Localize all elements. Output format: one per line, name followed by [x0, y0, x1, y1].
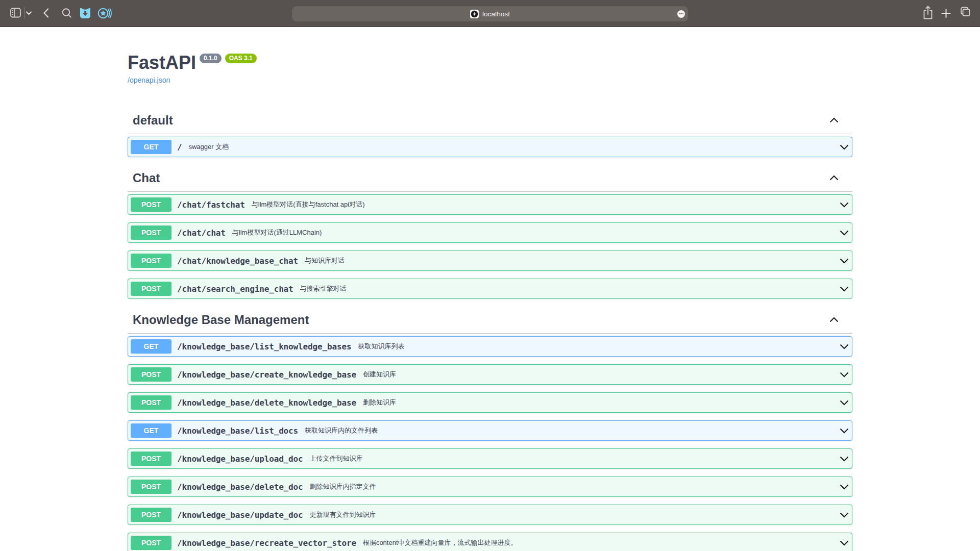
- operation-description: 创建知识库: [363, 370, 396, 379]
- operation-description: 与搜索引擎对话: [300, 284, 347, 293]
- operation-path: /: [177, 142, 182, 152]
- operation-path: /knowledge_base/recreate_vector_store: [177, 538, 356, 548]
- operation-path: /chat/fastchat: [177, 200, 245, 210]
- operation-path: /knowledge_base/upload_doc: [177, 454, 303, 464]
- operation-row[interactable]: POST/chat/chat与llm模型对话(通过LLMChain): [128, 222, 852, 243]
- section-header[interactable]: Knowledge Base Management: [128, 307, 852, 334]
- method-badge: POST: [131, 508, 172, 522]
- operation-row[interactable]: POST/chat/knowledge_base_chat与知识库对话: [128, 251, 852, 271]
- operation-row[interactable]: POST/knowledge_base/recreate_vector_stor…: [128, 533, 852, 551]
- expand-operation-icon[interactable]: [839, 482, 849, 492]
- api-tag-section: defaultGET/swagger 文档: [128, 107, 852, 157]
- operation-description: 与知识库对话: [305, 256, 345, 265]
- dot: [680, 13, 681, 14]
- tab-overview-icon[interactable]: [959, 5, 972, 18]
- dot: [679, 13, 680, 14]
- operation-row[interactable]: GET/knowledge_base/list_knowledge_bases获…: [128, 336, 852, 357]
- operation-path: /knowledge_base/delete_doc: [177, 482, 303, 492]
- api-tag-section: ChatPOST/chat/fastchat与llm模型对话(直接与fastch…: [128, 165, 852, 299]
- operation-path: /knowledge_base/delete_knowledge_base: [177, 398, 356, 408]
- page-settings-button[interactable]: [677, 10, 685, 18]
- operation-list: POST/chat/fastchat与llm模型对话(直接与fastchat a…: [128, 194, 852, 299]
- live-activity-extension-icon[interactable]: [96, 6, 112, 20]
- operation-row[interactable]: POST/chat/fastchat与llm模型对话(直接与fastchat a…: [128, 194, 852, 215]
- search-icon[interactable]: [60, 6, 74, 19]
- expand-operation-icon[interactable]: [839, 538, 849, 548]
- content-blocker-extension-icon[interactable]: [79, 6, 93, 20]
- section-header[interactable]: default: [128, 107, 852, 134]
- operation-path: /knowledge_base/list_knowledge_bases: [177, 342, 351, 352]
- collapse-section-icon[interactable]: [829, 315, 839, 325]
- operation-description: 删除知识库: [363, 398, 396, 407]
- api-info: FastAPI 0.1.0 OAS 3.1 /openapi.json: [128, 27, 852, 85]
- operation-row[interactable]: POST/knowledge_base/create_knowledge_bas…: [128, 364, 852, 385]
- operation-description: 更新现有文件到知识库: [310, 510, 376, 519]
- operation-row[interactable]: POST/knowledge_base/delete_knowledge_bas…: [128, 392, 852, 413]
- operation-description: 与llm模型对话(直接与fastchat api对话): [252, 200, 365, 209]
- operation-description: 获取知识库列表: [358, 342, 404, 351]
- expand-operation-icon[interactable]: [839, 228, 849, 238]
- expand-operation-icon[interactable]: [839, 284, 849, 294]
- method-badge: POST: [131, 367, 172, 382]
- method-badge: GET: [131, 423, 172, 438]
- operation-path: /knowledge_base/update_doc: [177, 510, 303, 520]
- page-title: FastAPI: [128, 53, 196, 73]
- expand-operation-icon[interactable]: [839, 510, 849, 520]
- expand-operation-icon[interactable]: [839, 369, 849, 380]
- expand-operation-icon[interactable]: [839, 199, 849, 210]
- badge-group: 0.1.0 OAS 3.1: [200, 54, 257, 63]
- method-badge: POST: [131, 197, 172, 212]
- toolbar-divider: [24, 7, 24, 19]
- method-badge: POST: [131, 452, 172, 466]
- operation-row[interactable]: POST/knowledge_base/upload_doc上传文件到知识库: [128, 448, 852, 469]
- expand-operation-icon[interactable]: [839, 397, 849, 408]
- operation-row[interactable]: POST/chat/search_engine_chat与搜索引擎对话: [128, 279, 852, 299]
- operation-row[interactable]: POST/knowledge_base/delete_doc删除知识库内指定文件: [128, 477, 852, 497]
- expand-operation-icon[interactable]: [839, 425, 849, 436]
- expand-operation-icon[interactable]: [839, 142, 849, 152]
- method-badge: POST: [131, 480, 172, 494]
- sidebar-toggle-icon[interactable]: [9, 7, 22, 20]
- section-title: default: [133, 112, 173, 129]
- operation-path: /knowledge_base/create_knowledge_base: [177, 370, 356, 380]
- section-title: Chat: [133, 170, 160, 186]
- browser-toolbar: localhost: [0, 0, 980, 27]
- openapi-spec-link[interactable]: /openapi.json: [128, 75, 170, 85]
- site-favicon: [470, 10, 479, 18]
- operation-path: /chat/knowledge_base_chat: [177, 256, 298, 266]
- oas-badge: OAS 3.1: [225, 54, 257, 63]
- collapse-section-icon[interactable]: [829, 173, 839, 183]
- section-title: Knowledge Base Management: [133, 312, 309, 328]
- fastapi-favicon-icon: [470, 10, 479, 18]
- operation-list: GET/knowledge_base/list_knowledge_bases获…: [128, 336, 852, 551]
- url-text: localhost: [482, 10, 510, 18]
- operation-path: /chat/chat: [177, 228, 226, 238]
- section-header[interactable]: Chat: [128, 165, 852, 192]
- method-badge: POST: [131, 395, 172, 410]
- operation-description: 根据content中文档重建向量库，流式输出处理进度。: [363, 538, 518, 547]
- operation-description: 上传文件到知识库: [310, 454, 363, 463]
- method-badge: GET: [131, 140, 172, 154]
- operation-row[interactable]: GET/knowledge_base/list_docs获取知识库内的文件列表: [128, 420, 852, 441]
- sidebar-menu-chevron-icon[interactable]: [25, 9, 33, 17]
- operation-row[interactable]: POST/knowledge_base/update_doc更新现有文件到知识库: [128, 505, 852, 525]
- version-badge: 0.1.0: [200, 54, 222, 63]
- dot: [682, 13, 683, 14]
- expand-operation-icon[interactable]: [839, 256, 849, 266]
- share-icon[interactable]: [921, 4, 935, 21]
- operation-row[interactable]: GET/swagger 文档: [128, 137, 852, 157]
- expand-operation-icon[interactable]: [839, 454, 849, 464]
- expand-operation-icon[interactable]: [839, 341, 849, 352]
- operation-description: 与llm模型对话(通过LLMChain): [232, 228, 322, 237]
- new-tab-icon[interactable]: [940, 7, 952, 20]
- collapse-section-icon[interactable]: [829, 115, 839, 126]
- method-badge: GET: [131, 339, 172, 354]
- operation-description: swagger 文档: [188, 142, 229, 152]
- operation-description: 获取知识库内的文件列表: [305, 426, 378, 435]
- operation-path: /chat/search_engine_chat: [177, 284, 293, 294]
- back-icon[interactable]: [42, 7, 51, 20]
- swagger-content: FastAPI 0.1.0 OAS 3.1 /openapi.json defa…: [117, 27, 863, 551]
- address-bar[interactable]: localhost: [292, 6, 688, 21]
- api-sections: defaultGET/swagger 文档ChatPOST/chat/fastc…: [128, 107, 852, 551]
- method-badge: POST: [131, 536, 172, 550]
